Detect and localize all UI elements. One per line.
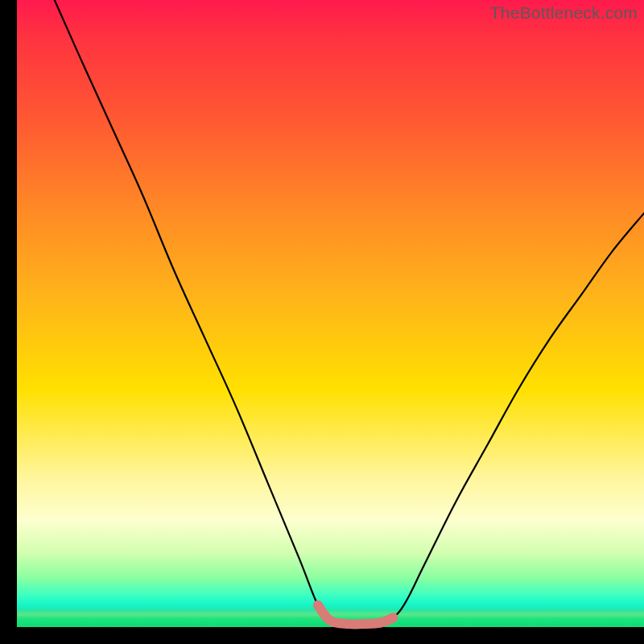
chart-plot-area: TheBottleneck.com: [17, 0, 644, 627]
bottleneck-curve: [55, 0, 644, 624]
optimal-range-highlight: [318, 605, 393, 625]
chart-svg: [17, 0, 644, 627]
